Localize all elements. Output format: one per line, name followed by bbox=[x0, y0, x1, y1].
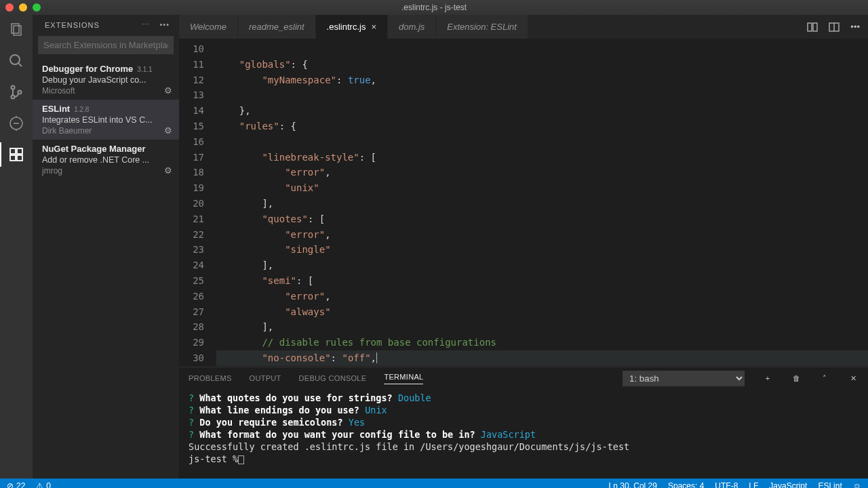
svg-rect-12 bbox=[17, 148, 22, 154]
editor-tabs: Welcomereadme_eslint.eslintrc.js×dom.jsE… bbox=[179, 15, 868, 39]
close-icon[interactable] bbox=[5, 3, 14, 12]
more-icon[interactable]: ••• bbox=[159, 20, 170, 29]
source-control-icon[interactable] bbox=[8, 84, 24, 100]
more-actions-icon[interactable]: ••• bbox=[850, 22, 860, 32]
extension-item[interactable]: Debugger for Chrome3.1.1 Debug your Java… bbox=[33, 60, 179, 100]
gear-icon[interactable]: ⚙ bbox=[164, 85, 172, 96]
terminal-selector[interactable]: 1: bash bbox=[623, 371, 745, 386]
panel-tab[interactable]: OUTPUT bbox=[250, 374, 281, 382]
sidebar-title: EXTENSIONS bbox=[45, 21, 100, 29]
panel-tab[interactable]: PROBLEMS bbox=[189, 374, 232, 382]
activity-bar bbox=[0, 15, 33, 479]
filter-icon[interactable]: ⋯ bbox=[142, 20, 150, 29]
svg-rect-16 bbox=[813, 23, 817, 31]
svg-rect-1 bbox=[14, 26, 21, 35]
maximize-icon[interactable] bbox=[33, 3, 41, 12]
editor-tab[interactable]: .eslintrc.js× bbox=[316, 15, 388, 39]
status-linter[interactable]: ESLint bbox=[818, 481, 842, 488]
extension-item[interactable]: NuGet Package Manager Add or remove .NET… bbox=[33, 140, 179, 180]
window-title: .eslintrc.js - js-test bbox=[401, 3, 467, 12]
search-icon[interactable] bbox=[8, 53, 24, 69]
plus-icon[interactable]: + bbox=[762, 374, 773, 382]
svg-rect-15 bbox=[808, 23, 812, 31]
editor-group: Welcomereadme_eslint.eslintrc.js×dom.jsE… bbox=[179, 15, 868, 479]
panel: PROBLEMSOUTPUTDEBUG CONSOLETERMINAL 1: b… bbox=[179, 367, 868, 479]
svg-rect-0 bbox=[12, 24, 19, 33]
editor-tab[interactable]: Extension: ESLint bbox=[436, 15, 528, 39]
titlebar: .eslintrc.js - js-test bbox=[0, 0, 868, 15]
terminal[interactable]: ? What quotes do you use for strings? Do… bbox=[179, 389, 868, 479]
status-position[interactable]: Ln 30, Col 29 bbox=[609, 481, 657, 488]
window-controls bbox=[5, 3, 41, 12]
close-panel-icon[interactable]: ✕ bbox=[848, 374, 859, 383]
svg-rect-14 bbox=[17, 155, 22, 161]
svg-line-3 bbox=[18, 63, 22, 66]
extension-item[interactable]: ESLint1.2.8 Integrates ESLint into VS C.… bbox=[33, 100, 179, 140]
split-editor-icon[interactable] bbox=[829, 22, 840, 33]
editor-tab[interactable]: dom.js bbox=[388, 15, 436, 39]
minimize-icon[interactable] bbox=[19, 3, 27, 12]
status-errors[interactable]: ⊘ 22 bbox=[7, 481, 25, 488]
gear-icon[interactable]: ⚙ bbox=[164, 165, 172, 176]
compare-icon[interactable] bbox=[807, 22, 818, 33]
trash-icon[interactable]: 🗑 bbox=[791, 374, 802, 382]
status-spaces[interactable]: Spaces: 4 bbox=[668, 481, 704, 488]
svg-point-6 bbox=[18, 91, 22, 94]
status-warnings[interactable]: ⚠ 0 bbox=[36, 481, 51, 488]
explorer-icon[interactable] bbox=[8, 22, 24, 38]
gear-icon[interactable]: ⚙ bbox=[164, 125, 172, 136]
svg-point-5 bbox=[12, 96, 15, 99]
debug-icon[interactable] bbox=[8, 115, 24, 131]
svg-point-2 bbox=[10, 55, 20, 64]
status-language[interactable]: JavaScript bbox=[769, 481, 807, 488]
status-eol[interactable]: LF bbox=[749, 481, 758, 488]
svg-rect-13 bbox=[10, 155, 16, 161]
panel-tab[interactable]: TERMINAL bbox=[384, 373, 423, 384]
close-tab-icon[interactable]: × bbox=[371, 22, 376, 32]
svg-point-4 bbox=[12, 86, 15, 89]
status-feedback-icon[interactable]: ☺ bbox=[853, 481, 861, 488]
code-editor[interactable]: 1011121314151617181920212223242526272829… bbox=[179, 39, 868, 367]
editor-tab[interactable]: Welcome bbox=[179, 15, 238, 39]
status-bar: ⊘ 22 ⚠ 0 Ln 30, Col 29 Spaces: 4 UTF-8 L… bbox=[0, 479, 868, 488]
chevron-up-icon[interactable]: ˄ bbox=[819, 374, 830, 383]
status-encoding[interactable]: UTF-8 bbox=[715, 481, 738, 488]
sidebar: EXTENSIONS ⋯ ••• Debugger for Chrome3.1.… bbox=[33, 15, 179, 479]
extensions-search-input[interactable] bbox=[38, 36, 174, 54]
panel-tab[interactable]: DEBUG CONSOLE bbox=[299, 374, 367, 382]
svg-rect-11 bbox=[10, 148, 16, 154]
editor-tab[interactable]: readme_eslint bbox=[238, 15, 316, 39]
extensions-icon[interactable] bbox=[8, 146, 24, 163]
